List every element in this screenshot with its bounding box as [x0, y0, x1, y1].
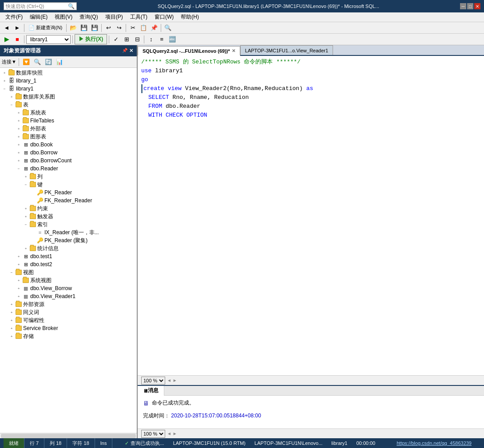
- stop-button[interactable]: ■: [12, 35, 22, 44]
- expand-dbo-borrow[interactable]: +: [15, 149, 22, 156]
- tab-query-close[interactable]: ✕: [232, 48, 235, 53]
- expand-library1-top[interactable]: +: [1, 77, 8, 84]
- tree-node-db-diagram[interactable]: + 数据库关系图: [0, 93, 137, 101]
- expand-reader-index[interactable]: −: [22, 221, 29, 228]
- expand-db-diagram[interactable]: +: [8, 93, 15, 100]
- oe-connect-button[interactable]: 连接▼: [2, 59, 16, 65]
- tree-node-synonyms[interactable]: + 同义词: [0, 308, 137, 316]
- expand-dbo-borrowcount[interactable]: +: [15, 157, 22, 164]
- tree-node-ext-tables[interactable]: + 外部表: [0, 125, 137, 133]
- tree-node-programmability[interactable]: + 可编程性: [0, 316, 137, 324]
- expand-dbo-test2[interactable]: +: [15, 261, 22, 268]
- tree-node-snapshots[interactable]: + 数据库快照: [0, 69, 137, 77]
- menu-file[interactable]: 文件(F): [2, 12, 26, 22]
- close-button[interactable]: ✕: [474, 3, 480, 9]
- redo-button[interactable]: ↪: [114, 24, 124, 32]
- tree-node-reader-stats[interactable]: + 统计信息: [0, 244, 137, 252]
- oe-refresh-button[interactable]: 🔄: [44, 58, 53, 67]
- expand-reader-stats[interactable]: +: [22, 245, 29, 252]
- quick-launch-input[interactable]: [6, 4, 68, 9]
- oe-scroll-thumb[interactable]: [1, 434, 136, 438]
- tree-node-dbo-book[interactable]: + ⊞ dbo.Book: [0, 141, 137, 149]
- expand-dbo-book[interactable]: +: [15, 141, 22, 148]
- oe-scrollbar-horizontal[interactable]: [0, 433, 137, 438]
- expand-reader-constraint[interactable]: +: [22, 205, 29, 212]
- close-oe-icon[interactable]: ✕: [129, 48, 133, 54]
- tree-node-tables[interactable]: − 表: [0, 101, 137, 109]
- expand-views[interactable]: −: [8, 269, 15, 276]
- code-editor[interactable]: /***** SSMS 的 SelectTopNRows 命令的脚本 *****…: [138, 56, 484, 375]
- maximize-button[interactable]: □: [467, 3, 473, 9]
- tree-node-service-broker[interactable]: + Service Broker: [0, 324, 137, 332]
- tree-node-library1-top[interactable]: + 🗄 library_1: [0, 77, 137, 85]
- tree-node-fk-reader[interactable]: 🔑 FK_Reader_Reader: [0, 196, 137, 204]
- results-zoom-select[interactable]: 100 %: [141, 430, 165, 438]
- menu-query[interactable]: 查询(Q): [76, 12, 101, 22]
- tree-node-dbo-test2[interactable]: + ⊞ dbo.test2: [0, 260, 137, 268]
- tab-view[interactable]: LAPTOP-3MC1FU1...o.View_Reader1: [240, 45, 333, 55]
- expand-dbo-view-borrow[interactable]: +: [15, 285, 22, 292]
- oe-filter2-button[interactable]: 🔍: [32, 58, 42, 67]
- open-button[interactable]: 📂: [68, 24, 78, 32]
- tree-node-graph-tables[interactable]: + 图形表: [0, 133, 137, 141]
- tree-node-reader-key[interactable]: − 键: [0, 181, 137, 189]
- expand-graph-tables[interactable]: +: [15, 133, 22, 140]
- tree-node-dbo-view-reader1[interactable]: + ▦ dbo.View_Reader1: [0, 292, 137, 300]
- undo-button[interactable]: ↩: [103, 24, 113, 32]
- expand-storage[interactable]: +: [8, 333, 15, 340]
- tree-node-sys-tables[interactable]: + 系统表: [0, 109, 137, 117]
- paste-button[interactable]: 📌: [149, 24, 159, 32]
- expand-reader-col[interactable]: +: [22, 173, 29, 180]
- tree-node-dbo-borrow[interactable]: + ⊞ dbo.Borrow: [0, 149, 137, 157]
- pin-icon[interactable]: 📌: [122, 48, 127, 54]
- results-tab-messages[interactable]: 🖥 消息: [138, 386, 164, 396]
- editor-zoom-select[interactable]: 100 %: [141, 377, 165, 385]
- tree-node-file-tables[interactable]: + FileTables: [0, 117, 137, 125]
- tree-node-storage[interactable]: + 存储: [0, 332, 137, 340]
- tab-query[interactable]: SQLQuery2.sql -...FU1N\Lenovo (69))* ✕: [138, 46, 240, 56]
- tree-node-pk-reader[interactable]: 🔑 PK_Reader: [0, 189, 137, 196]
- expand-snapshots[interactable]: +: [1, 69, 8, 76]
- tree-node-dbo-borrowcount[interactable]: + ⊞ dbo.BorrowCount: [0, 157, 137, 165]
- tree-node-reader-index[interactable]: − 索引: [0, 220, 137, 228]
- expand-dbo-test1[interactable]: +: [15, 253, 22, 260]
- expand-synonyms[interactable]: +: [8, 309, 15, 316]
- database-select[interactable]: library1: [26, 35, 71, 44]
- oe-filter-button[interactable]: 🔽: [21, 58, 31, 67]
- tree-node-reader-col[interactable]: + 列: [0, 173, 137, 181]
- toolbar-btn4[interactable]: ⊟: [132, 35, 142, 44]
- toolbar-btn7[interactable]: 🔤: [167, 35, 177, 44]
- cut-button[interactable]: ✂: [128, 24, 138, 32]
- expand-service-broker[interactable]: +: [8, 325, 15, 332]
- oe-activity-button[interactable]: 📊: [55, 58, 64, 67]
- expand-ext-resources[interactable]: +: [8, 301, 15, 308]
- expand-library1[interactable]: −: [1, 85, 8, 92]
- new-query-button[interactable]: 📄 新建查询(N): [26, 24, 64, 32]
- tree-node-reader-trigger[interactable]: + 触发器: [0, 212, 137, 220]
- menu-tools[interactable]: 工具(T): [127, 12, 151, 22]
- parse-button[interactable]: ✓: [111, 35, 121, 44]
- menu-window[interactable]: 窗口(W): [151, 12, 177, 22]
- save-all-button[interactable]: 💾: [90, 24, 99, 32]
- copy-button[interactable]: 📋: [139, 24, 148, 32]
- tree-node-views[interactable]: − 视图: [0, 268, 137, 276]
- menu-project[interactable]: 项目(P): [102, 12, 127, 22]
- tree-node-ext-resources[interactable]: + 外部资源: [0, 300, 137, 308]
- expand-sys-tables[interactable]: +: [15, 109, 22, 116]
- back-button[interactable]: ◄: [2, 24, 12, 32]
- tree-node-dbo-test1[interactable]: + ⊞ dbo.test1: [0, 252, 137, 260]
- tree-node-ix-reader[interactable]: ≡ IX_Reader (唯一，非...: [0, 228, 137, 236]
- toolbar-btn5[interactable]: ↕: [146, 35, 156, 44]
- expand-programmability[interactable]: +: [8, 317, 15, 324]
- expand-sys-views[interactable]: +: [15, 277, 22, 284]
- expand-file-tables[interactable]: +: [15, 117, 22, 124]
- expand-reader-trigger[interactable]: +: [22, 213, 29, 220]
- minimize-button[interactable]: ─: [460, 3, 466, 9]
- expand-reader-key[interactable]: −: [22, 181, 29, 188]
- menu-help[interactable]: 帮助(H): [177, 12, 202, 22]
- menu-edit[interactable]: 编辑(E): [26, 12, 51, 22]
- title-search[interactable]: 🔍: [4, 2, 77, 10]
- tree-node-dbo-view-borrow[interactable]: + ▦ dbo.View_Borrow: [0, 284, 137, 292]
- tree-node-dbo-reader[interactable]: − ⊞ dbo.Reader: [0, 165, 137, 173]
- tree-node-pk-reader-idx[interactable]: 🔑 PK_Reader (聚集): [0, 236, 137, 244]
